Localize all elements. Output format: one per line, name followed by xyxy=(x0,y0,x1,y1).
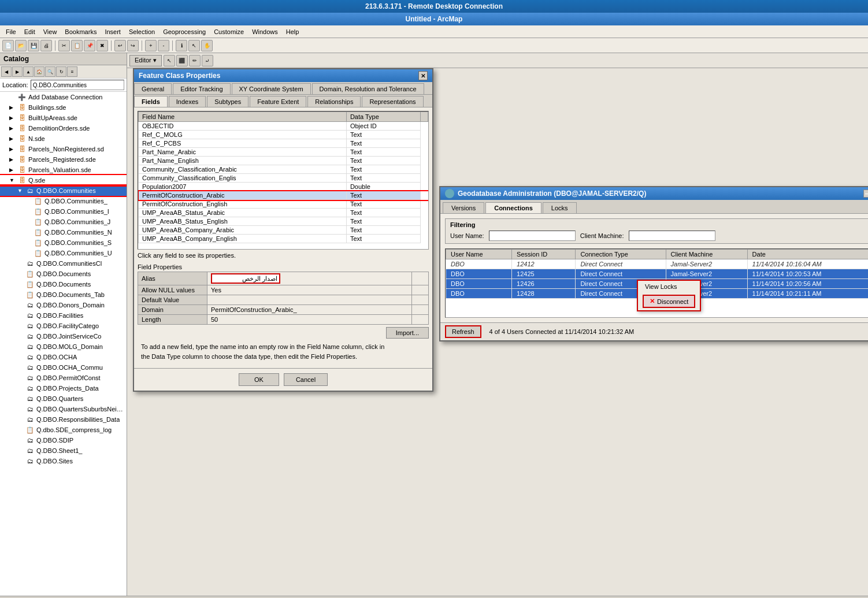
tree-item-comm-sub1[interactable]: 📋 Q.DBO.Communities_ xyxy=(0,196,127,206)
menu-file[interactable]: File xyxy=(2,27,20,36)
connection-row[interactable]: DBO12425Direct ConnectJamal-Server211/14… xyxy=(446,269,869,279)
disconnect-popup-btn[interactable]: ✕ Disconnect xyxy=(638,292,700,310)
refresh-btn[interactable]: Refresh xyxy=(445,325,481,338)
catalog-up-btn[interactable]: ▲ xyxy=(23,66,34,77)
tree-item-permit[interactable]: 🗂 Q.DBO.PermitOfConst xyxy=(0,373,127,383)
menu-edit[interactable]: Edit xyxy=(21,27,39,36)
editor-dropdown-btn[interactable]: Editor ▾ xyxy=(129,55,162,66)
menu-help[interactable]: Help xyxy=(283,27,303,36)
undo-btn[interactable]: ↩ xyxy=(114,40,126,51)
tree-item-commcl[interactable]: 🗂 Q.DBO.CommunitiesCl xyxy=(0,258,127,269)
ok-button[interactable]: OK xyxy=(239,373,279,386)
geo-tab-connections[interactable]: Connections xyxy=(485,202,541,213)
catalog-refresh-btn[interactable]: ↻ xyxy=(56,66,66,77)
menu-customize[interactable]: Customize xyxy=(210,27,247,36)
location-input[interactable] xyxy=(31,80,124,90)
tree-item-comm-sub6[interactable]: 📋 Q.DBO.Communities_U xyxy=(0,248,127,258)
tree-item-ocha-comm[interactable]: 🗂 Q.DBO.OCHA_Commu xyxy=(0,362,127,373)
tree-item-projects[interactable]: 🗂 Q.DBO.Projects_Data xyxy=(0,383,127,393)
tree-item-sdip[interactable]: 🗂 Q.DBO.SDIP xyxy=(0,435,127,445)
tree-item-sites[interactable]: 🗂 Q.DBO.Sites xyxy=(0,456,127,466)
catalog-search-btn[interactable]: 🔍 xyxy=(45,66,55,77)
catalog-back-btn[interactable]: ◀ xyxy=(1,66,12,77)
identify-btn[interactable]: ℹ xyxy=(176,40,187,51)
geo-tab-versions[interactable]: Versions xyxy=(443,202,484,213)
tree-item-docs-tab[interactable]: 📋 Q.DBO.Documents_Tab xyxy=(0,289,127,300)
tab-relationships[interactable]: Relationships xyxy=(307,96,361,107)
reshape-tool[interactable]: ⤾ xyxy=(202,55,213,66)
redo-btn[interactable]: ↪ xyxy=(127,40,139,51)
user-name-filter-input[interactable] xyxy=(489,231,576,241)
fields-table-row[interactable]: Part_Name_EnglishText xyxy=(139,157,428,165)
sketch-tool[interactable]: ✏ xyxy=(189,55,201,66)
select-btn[interactable]: ↖ xyxy=(188,40,200,51)
tree-item-ocha[interactable]: 🗂 Q.DBO.OCHA xyxy=(0,352,127,362)
catalog-home-btn[interactable]: 🏠 xyxy=(34,66,44,77)
fields-table-row[interactable]: UMP_AreaAB_Company_ArabicText xyxy=(139,226,428,235)
tree-item-comm-sub3[interactable]: 📋 Q.DBO.Communities_J xyxy=(0,217,127,227)
tab-feature-extent[interactable]: Feature Extent xyxy=(250,96,306,107)
tab-indexes[interactable]: Indexes xyxy=(169,96,206,107)
fields-table-row[interactable]: PermitOfConstruction_EnglishText xyxy=(139,200,428,209)
fields-table-row[interactable]: Ref_C_MOLGText xyxy=(139,131,428,139)
tab-editor-tracking[interactable]: Editor Tracking xyxy=(173,83,230,94)
copy-btn[interactable]: 📋 xyxy=(71,40,83,51)
view-locks-btn[interactable]: View Locks xyxy=(638,281,700,292)
tree-item-parcels-r[interactable]: ▶ 🗄 Parcels_Registered.sde xyxy=(0,154,127,165)
pan-btn[interactable]: ✋ xyxy=(201,40,213,51)
import-btn[interactable]: Import... xyxy=(386,327,429,339)
menu-view[interactable]: View xyxy=(40,27,61,36)
tree-item-quarters-sub[interactable]: 🗂 Q.DBO.QuartersSuburbsNeighbourhoods xyxy=(0,404,127,414)
tree-item-add-db[interactable]: ➕ Add Database Connection xyxy=(0,92,127,102)
fields-table-row[interactable]: OBJECTIDObject ID xyxy=(139,122,428,131)
connection-row[interactable]: DBO12412Direct ConnectJamal-Server211/14… xyxy=(446,259,869,269)
fields-table-row[interactable]: PermitOfConstruction_ArabicText xyxy=(139,191,428,200)
menu-geoprocessing[interactable]: Geoprocessing xyxy=(159,27,209,36)
dialog-titlebar[interactable]: Feature Class Properties ✕ xyxy=(134,69,432,82)
fields-table-row[interactable]: UMP_AreaAB_Status_EnglishText xyxy=(139,217,428,226)
tree-item-sheet1[interactable]: 🗂 Q.DBO.Sheet1_ xyxy=(0,445,127,456)
tab-xy-coordinate[interactable]: XY Coordinate System xyxy=(232,83,311,94)
tab-general[interactable]: General xyxy=(134,83,172,94)
tree-item-communities[interactable]: ▼ 🗂 Q.DBO.Communities xyxy=(0,185,127,196)
fields-table-row[interactable]: UMP_AreaAB_Company_EnglishText xyxy=(139,235,428,243)
tree-item-docs1[interactable]: 📋 Q.DBO.Documents xyxy=(0,269,127,279)
tree-item-demolition[interactable]: ▶ 🗄 DemolitionOrders.sde xyxy=(0,123,127,133)
fields-table-row[interactable]: Community_Classification_EnglisText xyxy=(139,174,428,183)
tree-item-donors[interactable]: 🗂 Q.DBO.Donors_Domain xyxy=(0,300,127,310)
tree-item-comm-sub5[interactable]: 📋 Q.DBO.Communities_S xyxy=(0,237,127,248)
paste-btn[interactable]: 📌 xyxy=(84,40,95,51)
fields-table-row[interactable]: Community_Classification_ArabicText xyxy=(139,165,428,174)
save-btn[interactable]: 💾 xyxy=(28,40,39,51)
client-machine-filter-input[interactable] xyxy=(629,231,715,241)
tree-item-molg[interactable]: 🗂 Q.DBO.MOLG_Domain xyxy=(0,341,127,352)
new-btn[interactable]: 📄 xyxy=(2,40,14,51)
fields-table-row[interactable]: Ref_C_PCBSText xyxy=(139,139,428,148)
tree-item-qsde[interactable]: ▼ 🗄 Q.sde xyxy=(0,175,127,185)
tab-representations[interactable]: Representations xyxy=(362,96,423,107)
tab-subtypes[interactable]: Subtypes xyxy=(207,96,248,107)
fields-table-row[interactable]: Population2007Double xyxy=(139,183,428,191)
zoom-out-btn[interactable]: - xyxy=(158,40,169,51)
geo-tab-locks[interactable]: Locks xyxy=(543,202,577,213)
tree-item-n[interactable]: ▶ 🗄 N.sde xyxy=(0,133,127,144)
tree-item-sde-compress[interactable]: 📋 Q.dbo.SDE_compress_log xyxy=(0,425,127,435)
tree-item-quarters[interactable]: 🗂 Q.DBO.Quarters xyxy=(0,393,127,404)
tree-item-facilities[interactable]: 🗂 Q.DBO.Facilities xyxy=(0,310,127,321)
disconnect-btn[interactable]: ✕ Disconnect xyxy=(643,295,695,308)
geo-dialog-titlebar[interactable]: Geodatabase Administration (DBO@JAMAL-SE… xyxy=(440,187,868,200)
tree-item-parcels-v[interactable]: ▶ 🗄 Parcels_Valuation.sde xyxy=(0,165,127,175)
tree-item-comm-sub4[interactable]: 📋 Q.DBO.Communities_N xyxy=(0,227,127,237)
open-btn[interactable]: 📂 xyxy=(15,40,27,51)
cancel-button[interactable]: Cancel xyxy=(284,373,328,386)
menu-selection[interactable]: Selection xyxy=(125,27,158,36)
print-btn[interactable]: 🖨 xyxy=(40,40,52,51)
cut-btn[interactable]: ✂ xyxy=(58,40,70,51)
tree-item-facility-cat[interactable]: 🗂 Q.DBO.FacilityCatego xyxy=(0,321,127,331)
tree-item-docs2[interactable]: 📋 Q.DBO.Documents xyxy=(0,279,127,289)
tree-item-joint[interactable]: 🗂 Q.DBO.JointServiceCo xyxy=(0,331,127,341)
tree-item-responsibilities[interactable]: 🗂 Q.DBO.Responsibilities_Data xyxy=(0,414,127,425)
tree-item-buildings[interactable]: ▶ 🗄 Buildings.sde xyxy=(0,102,127,113)
catalog-forward-btn[interactable]: ▶ xyxy=(12,66,23,77)
fields-table-row[interactable]: UMP_AreaAB_Status_ArabicText xyxy=(139,209,428,217)
